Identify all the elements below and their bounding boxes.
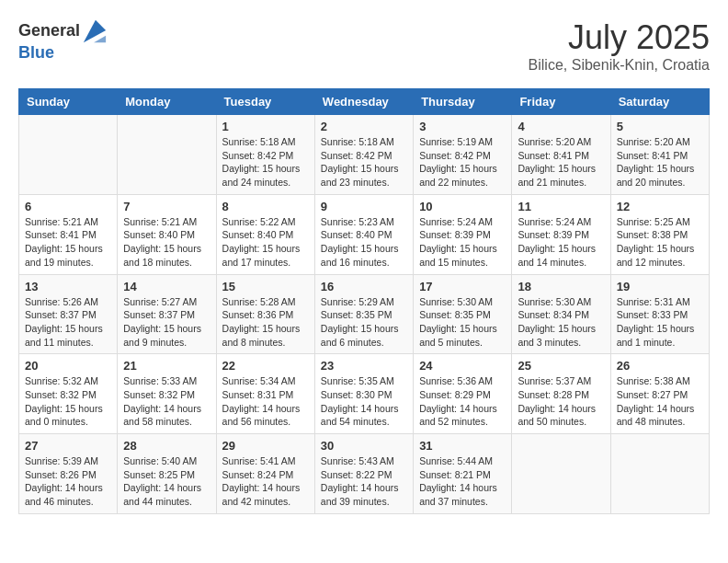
calendar-cell: 7Sunrise: 5:21 AM Sunset: 8:40 PM Daylig… bbox=[118, 194, 216, 274]
calendar-cell bbox=[118, 115, 216, 195]
day-info: Sunrise: 5:43 AM Sunset: 8:22 PM Dayligh… bbox=[321, 454, 407, 509]
day-number: 7 bbox=[123, 200, 210, 213]
day-number: 6 bbox=[25, 200, 111, 213]
day-number: 16 bbox=[321, 280, 407, 293]
day-number: 1 bbox=[222, 120, 309, 133]
calendar-cell: 11Sunrise: 5:24 AM Sunset: 8:39 PM Dayli… bbox=[512, 194, 610, 274]
day-info: Sunrise: 5:35 AM Sunset: 8:30 PM Dayligh… bbox=[321, 374, 407, 429]
calendar-cell: 12Sunrise: 5:25 AM Sunset: 8:38 PM Dayli… bbox=[610, 194, 709, 274]
calendar-cell: 6Sunrise: 5:21 AM Sunset: 8:41 PM Daylig… bbox=[19, 194, 118, 274]
day-info: Sunrise: 5:40 AM Sunset: 8:25 PM Dayligh… bbox=[123, 454, 210, 509]
calendar-cell: 21Sunrise: 5:33 AM Sunset: 8:32 PM Dayli… bbox=[118, 354, 216, 434]
calendar-cell: 18Sunrise: 5:30 AM Sunset: 8:34 PM Dayli… bbox=[512, 274, 610, 354]
day-info: Sunrise: 5:31 AM Sunset: 8:33 PM Dayligh… bbox=[617, 295, 703, 350]
calendar-week-row: 1Sunrise: 5:18 AM Sunset: 8:42 PM Daylig… bbox=[19, 115, 710, 195]
calendar-cell: 3Sunrise: 5:19 AM Sunset: 8:42 PM Daylig… bbox=[414, 115, 512, 195]
day-info: Sunrise: 5:20 AM Sunset: 8:41 PM Dayligh… bbox=[617, 135, 703, 190]
calendar-header: SundayMondayTuesdayWednesdayThursdayFrid… bbox=[19, 89, 710, 115]
day-number: 15 bbox=[222, 280, 309, 293]
day-info: Sunrise: 5:23 AM Sunset: 8:40 PM Dayligh… bbox=[321, 215, 407, 270]
day-info: Sunrise: 5:21 AM Sunset: 8:40 PM Dayligh… bbox=[123, 215, 210, 270]
calendar-cell: 30Sunrise: 5:43 AM Sunset: 8:22 PM Dayli… bbox=[314, 434, 413, 514]
day-number: 17 bbox=[419, 280, 506, 293]
calendar-cell: 2Sunrise: 5:18 AM Sunset: 8:42 PM Daylig… bbox=[314, 115, 413, 195]
day-number: 26 bbox=[617, 359, 703, 373]
calendar-table: SundayMondayTuesdayWednesdayThursdayFrid… bbox=[18, 88, 710, 514]
day-info: Sunrise: 5:33 AM Sunset: 8:32 PM Dayligh… bbox=[123, 374, 210, 429]
calendar-cell: 29Sunrise: 5:41 AM Sunset: 8:24 PM Dayli… bbox=[216, 434, 314, 514]
day-number: 10 bbox=[419, 200, 506, 213]
calendar-cell: 14Sunrise: 5:27 AM Sunset: 8:37 PM Dayli… bbox=[118, 274, 216, 354]
day-info: Sunrise: 5:18 AM Sunset: 8:42 PM Dayligh… bbox=[321, 135, 407, 190]
calendar-cell: 13Sunrise: 5:26 AM Sunset: 8:37 PM Dayli… bbox=[19, 274, 118, 354]
day-number: 23 bbox=[321, 359, 407, 373]
day-number: 2 bbox=[321, 120, 407, 133]
day-number: 14 bbox=[123, 280, 210, 293]
day-info: Sunrise: 5:36 AM Sunset: 8:29 PM Dayligh… bbox=[419, 374, 506, 429]
day-info: Sunrise: 5:37 AM Sunset: 8:28 PM Dayligh… bbox=[518, 374, 604, 429]
month-title: July 2025 bbox=[529, 18, 710, 57]
day-info: Sunrise: 5:24 AM Sunset: 8:39 PM Dayligh… bbox=[419, 215, 506, 270]
day-number: 3 bbox=[419, 120, 506, 133]
calendar-day-header: Monday bbox=[118, 89, 216, 115]
calendar-cell: 5Sunrise: 5:20 AM Sunset: 8:41 PM Daylig… bbox=[610, 115, 709, 195]
location-title: Bilice, Sibenik-Knin, Croatia bbox=[529, 57, 710, 74]
day-info: Sunrise: 5:30 AM Sunset: 8:35 PM Dayligh… bbox=[419, 295, 506, 350]
day-info: Sunrise: 5:30 AM Sunset: 8:34 PM Dayligh… bbox=[518, 295, 604, 350]
calendar-week-row: 27Sunrise: 5:39 AM Sunset: 8:26 PM Dayli… bbox=[19, 434, 710, 514]
day-info: Sunrise: 5:32 AM Sunset: 8:32 PM Dayligh… bbox=[25, 374, 111, 429]
calendar-cell bbox=[512, 434, 610, 514]
calendar-day-header: Tuesday bbox=[216, 89, 314, 115]
calendar-cell: 17Sunrise: 5:30 AM Sunset: 8:35 PM Dayli… bbox=[414, 274, 512, 354]
day-number: 8 bbox=[222, 200, 309, 213]
day-number: 11 bbox=[518, 200, 604, 213]
day-number: 9 bbox=[321, 200, 407, 213]
calendar-cell: 1Sunrise: 5:18 AM Sunset: 8:42 PM Daylig… bbox=[216, 115, 314, 195]
calendar-cell: 23Sunrise: 5:35 AM Sunset: 8:30 PM Dayli… bbox=[314, 354, 413, 434]
day-info: Sunrise: 5:22 AM Sunset: 8:40 PM Dayligh… bbox=[222, 215, 309, 270]
day-number: 21 bbox=[123, 359, 210, 373]
logo-icon bbox=[82, 18, 108, 44]
day-number: 12 bbox=[617, 200, 703, 213]
day-info: Sunrise: 5:20 AM Sunset: 8:41 PM Dayligh… bbox=[518, 135, 604, 190]
day-info: Sunrise: 5:19 AM Sunset: 8:42 PM Dayligh… bbox=[419, 135, 506, 190]
calendar-day-header: Thursday bbox=[414, 89, 512, 115]
day-info: Sunrise: 5:28 AM Sunset: 8:36 PM Dayligh… bbox=[222, 295, 309, 350]
calendar-week-row: 13Sunrise: 5:26 AM Sunset: 8:37 PM Dayli… bbox=[19, 274, 710, 354]
calendar-cell: 15Sunrise: 5:28 AM Sunset: 8:36 PM Dayli… bbox=[216, 274, 314, 354]
calendar-cell: 28Sunrise: 5:40 AM Sunset: 8:25 PM Dayli… bbox=[118, 434, 216, 514]
logo-blue-text: Blue bbox=[18, 43, 54, 62]
day-info: Sunrise: 5:26 AM Sunset: 8:37 PM Dayligh… bbox=[25, 295, 111, 350]
calendar-cell: 8Sunrise: 5:22 AM Sunset: 8:40 PM Daylig… bbox=[216, 194, 314, 274]
day-number: 29 bbox=[222, 439, 309, 453]
title-section: July 2025 Bilice, Sibenik-Knin, Croatia bbox=[529, 18, 710, 74]
day-info: Sunrise: 5:18 AM Sunset: 8:42 PM Dayligh… bbox=[222, 135, 309, 190]
calendar-day-header: Sunday bbox=[19, 89, 118, 115]
day-info: Sunrise: 5:44 AM Sunset: 8:21 PM Dayligh… bbox=[419, 454, 506, 509]
svg-marker-1 bbox=[94, 36, 106, 42]
calendar-day-header: Wednesday bbox=[314, 89, 413, 115]
day-info: Sunrise: 5:41 AM Sunset: 8:24 PM Dayligh… bbox=[222, 454, 309, 509]
day-number: 4 bbox=[518, 120, 604, 133]
calendar-cell: 31Sunrise: 5:44 AM Sunset: 8:21 PM Dayli… bbox=[414, 434, 512, 514]
calendar-cell: 24Sunrise: 5:36 AM Sunset: 8:29 PM Dayli… bbox=[414, 354, 512, 434]
calendar-cell bbox=[19, 115, 118, 195]
day-number: 24 bbox=[419, 359, 506, 373]
calendar-cell: 10Sunrise: 5:24 AM Sunset: 8:39 PM Dayli… bbox=[414, 194, 512, 274]
day-info: Sunrise: 5:38 AM Sunset: 8:27 PM Dayligh… bbox=[617, 374, 703, 429]
calendar-cell: 20Sunrise: 5:32 AM Sunset: 8:32 PM Dayli… bbox=[19, 354, 118, 434]
calendar-week-row: 6Sunrise: 5:21 AM Sunset: 8:41 PM Daylig… bbox=[19, 194, 710, 274]
page-header: General Blue July 2025 Bilice, Sibenik-K… bbox=[18, 18, 710, 74]
calendar-cell: 19Sunrise: 5:31 AM Sunset: 8:33 PM Dayli… bbox=[610, 274, 709, 354]
day-info: Sunrise: 5:25 AM Sunset: 8:38 PM Dayligh… bbox=[617, 215, 703, 270]
day-number: 22 bbox=[222, 359, 309, 373]
day-info: Sunrise: 5:29 AM Sunset: 8:35 PM Dayligh… bbox=[321, 295, 407, 350]
day-number: 13 bbox=[25, 280, 111, 293]
day-info: Sunrise: 5:27 AM Sunset: 8:37 PM Dayligh… bbox=[123, 295, 210, 350]
calendar-header-row: SundayMondayTuesdayWednesdayThursdayFrid… bbox=[19, 89, 710, 115]
day-number: 18 bbox=[518, 280, 604, 293]
day-info: Sunrise: 5:21 AM Sunset: 8:41 PM Dayligh… bbox=[25, 215, 111, 270]
day-number: 30 bbox=[321, 439, 407, 453]
calendar-cell: 9Sunrise: 5:23 AM Sunset: 8:40 PM Daylig… bbox=[314, 194, 413, 274]
calendar-cell: 16Sunrise: 5:29 AM Sunset: 8:35 PM Dayli… bbox=[314, 274, 413, 354]
